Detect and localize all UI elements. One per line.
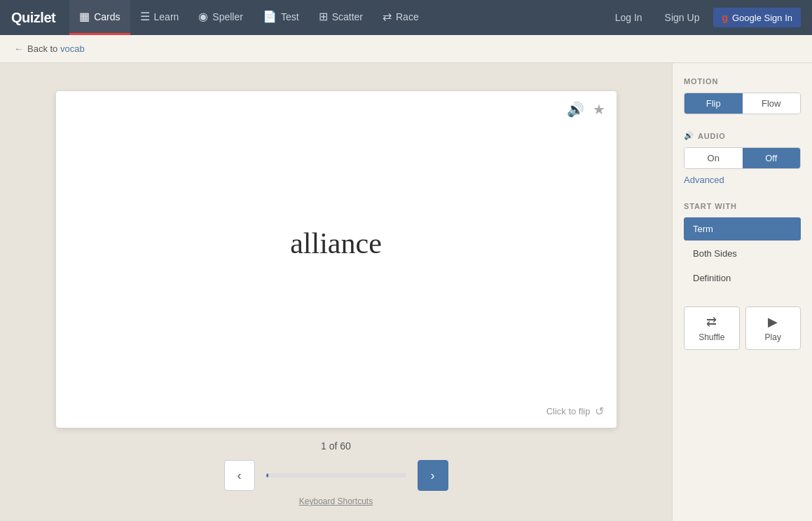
play-icon: ▶ [768, 314, 778, 330]
flip-icon: ↺ [595, 405, 604, 418]
nav-test[interactable]: 📄 Test [253, 0, 309, 35]
sidebar-start-with-section: START WITH Term Both Sides Definition [684, 202, 801, 290]
flow-button[interactable]: Flow [743, 93, 801, 114]
click-to-flip-label: Click to flip [546, 406, 591, 417]
breadcrumb: ← Back to vocab [0, 35, 812, 63]
start-with-section-title: START WITH [684, 202, 801, 210]
shuffle-button[interactable]: ⇄ Shuffle [684, 306, 740, 350]
main-layout: 🔊 ★ alliance Click to flip ↺ 1 of 60 ‹ ›… [0, 63, 812, 521]
next-card-button[interactable]: › [418, 460, 448, 491]
nav-scatter[interactable]: ⊞ Scatter [309, 0, 373, 35]
sign-up-button[interactable]: Sign Up [656, 8, 708, 27]
flip-button[interactable]: Flip [684, 93, 743, 114]
card-nav-row: ‹ › [56, 460, 617, 491]
audio-toggle: On Off [684, 147, 801, 169]
start-with-both-sides[interactable]: Both Sides [684, 242, 801, 265]
card-controls: 1 of 60 ‹ › Keyboard Shortcuts [56, 440, 617, 506]
audio-section-icon: 🔊 [684, 131, 694, 140]
scatter-icon: ⊞ [319, 10, 328, 23]
auth-buttons: Log In Sign Up g Google Sign In [607, 8, 801, 27]
start-with-term[interactable]: Term [684, 217, 801, 241]
sidebar-audio-section: 🔊 AUDIO On Off Advanced [684, 131, 801, 185]
vocab-link[interactable]: vocab [60, 43, 85, 54]
motion-section-title: MOTION [684, 77, 801, 86]
flashcard-word: alliance [290, 226, 382, 260]
action-buttons: ⇄ Shuffle ▶ Play [684, 306, 801, 350]
flashcard-toolbar: 🔊 ★ [567, 101, 605, 118]
quizlet-logo[interactable]: Quizlet [11, 10, 55, 26]
sidebar-motion-section: MOTION Flip Flow [684, 77, 801, 114]
audio-off-button[interactable]: Off [743, 148, 801, 168]
speller-icon: ◉ [198, 10, 208, 23]
shuffle-label: Shuffle [699, 332, 724, 342]
cards-icon: ▦ [79, 10, 90, 23]
play-button[interactable]: ▶ Play [745, 306, 801, 350]
card-counter: 1 of 60 [321, 440, 351, 452]
card-area: 🔊 ★ alliance Click to flip ↺ 1 of 60 ‹ ›… [0, 63, 672, 521]
advanced-link[interactable]: Advanced [684, 175, 801, 185]
progress-bar [266, 473, 406, 478]
flashcard[interactable]: 🔊 ★ alliance Click to flip ↺ [56, 91, 617, 428]
audio-section-title: 🔊 AUDIO [684, 131, 801, 140]
audio-on-button[interactable]: On [684, 148, 743, 168]
back-label: Back to [27, 43, 57, 54]
flashcard-footer: Click to flip ↺ [56, 395, 617, 428]
play-label: Play [765, 332, 781, 342]
nav-race[interactable]: ⇄ Race [373, 0, 429, 35]
start-with-list: Term Both Sides Definition [684, 217, 801, 290]
back-arrow-icon: ← [14, 43, 23, 54]
progress-bar-fill [266, 473, 268, 478]
google-icon: g [722, 12, 728, 23]
nav-test-label: Test [281, 11, 299, 22]
prev-card-button[interactable]: ‹ [224, 460, 255, 491]
test-icon: 📄 [263, 10, 277, 23]
flashcard-content: alliance [56, 91, 617, 395]
nav-cards[interactable]: ▦ Cards [69, 0, 130, 35]
audio-icon[interactable]: 🔊 [567, 101, 584, 118]
navbar: Quizlet ▦ Cards ☰ Learn ◉ Speller 📄 Test… [0, 0, 812, 35]
star-icon[interactable]: ★ [593, 101, 605, 118]
motion-btn-group: Flip Flow [684, 93, 801, 114]
nav-race-label: Race [396, 11, 419, 22]
start-with-definition[interactable]: Definition [684, 266, 801, 290]
nav-speller[interactable]: ◉ Speller [188, 0, 253, 35]
nav-learn[interactable]: ☰ Learn [130, 0, 189, 35]
google-sign-in-button[interactable]: g Google Sign In [713, 8, 801, 27]
log-in-button[interactable]: Log In [607, 8, 651, 27]
sidebar: MOTION Flip Flow 🔊 AUDIO On Off Advanced… [672, 63, 812, 521]
shuffle-icon: ⇄ [706, 314, 717, 330]
keyboard-shortcuts-link[interactable]: Keyboard Shortcuts [299, 496, 373, 506]
nav-learn-label: Learn [154, 11, 179, 22]
nav-speller-label: Speller [212, 11, 243, 22]
learn-icon: ☰ [140, 10, 150, 23]
nav-scatter-label: Scatter [332, 11, 363, 22]
nav-cards-label: Cards [94, 11, 120, 22]
race-icon: ⇄ [383, 10, 392, 23]
